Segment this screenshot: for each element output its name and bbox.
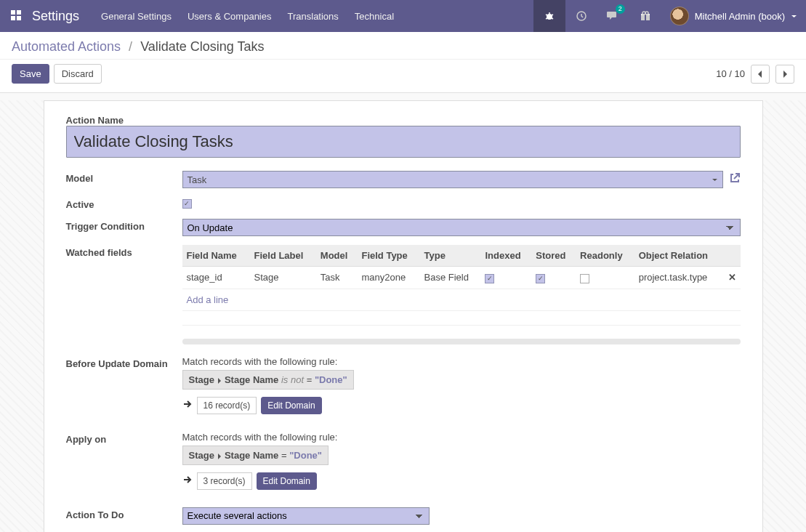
cell-field-name: stage_id xyxy=(182,267,250,289)
cell-field-type: many2one xyxy=(357,267,419,289)
action-to-do-select[interactable]: Execute several actions xyxy=(182,507,430,525)
svg-line-7 xyxy=(552,15,553,15)
arrow-right-icon xyxy=(182,399,193,411)
svg-point-4 xyxy=(547,14,552,20)
match-text-2: Match records with the following rule: xyxy=(182,432,741,443)
menu-translations[interactable]: Translations xyxy=(288,11,339,22)
svg-rect-3 xyxy=(17,16,21,20)
gift-icon[interactable] xyxy=(629,0,661,32)
svg-line-6 xyxy=(546,15,547,15)
trigger-select[interactable]: On Update xyxy=(182,219,741,236)
svg-rect-1 xyxy=(17,10,21,15)
message-count-badge: 2 xyxy=(616,4,625,14)
label-trigger: Trigger Condition xyxy=(66,219,182,236)
discard-button[interactable]: Discard xyxy=(54,64,102,84)
label-model: Model xyxy=(66,171,182,188)
col-field-label[interactable]: Field Label xyxy=(249,245,315,267)
menu-users-companies[interactable]: Users & Companies xyxy=(188,11,272,22)
caret-down-icon xyxy=(791,13,797,20)
top-nav: Settings General Settings Users & Compan… xyxy=(0,0,806,32)
cell-field-label: Stage xyxy=(249,267,315,289)
svg-rect-2 xyxy=(11,16,15,20)
edit-domain-before-button[interactable]: Edit Domain xyxy=(261,397,321,414)
messaging-icon[interactable]: 2 xyxy=(597,0,629,32)
arrow-right-icon xyxy=(182,475,193,487)
edit-domain-apply-button[interactable]: Edit Domain xyxy=(257,472,317,490)
debug-icon[interactable] xyxy=(533,0,565,32)
readonly-checkbox: ✓ xyxy=(580,274,589,283)
col-object-relation[interactable]: Object Relation xyxy=(634,245,724,267)
pager-text: 10 / 10 xyxy=(716,68,745,79)
cell-indexed: ✓ xyxy=(480,267,531,289)
dropdown-caret-icon xyxy=(712,177,718,183)
svg-line-8 xyxy=(546,18,547,19)
action-name-input[interactable] xyxy=(66,126,741,158)
col-stored[interactable]: Stored xyxy=(531,245,576,267)
save-button[interactable]: Save xyxy=(12,64,49,84)
model-field[interactable]: Task xyxy=(182,171,723,188)
label-action-to-do: Action To Do xyxy=(66,507,182,525)
record-count-apply[interactable]: 3 record(s) xyxy=(197,472,252,490)
col-type[interactable]: Type xyxy=(420,245,481,267)
menu-links: General Settings Users & Companies Trans… xyxy=(101,11,394,22)
cell-type: Base Field xyxy=(420,267,481,289)
clock-icon[interactable] xyxy=(565,0,597,32)
domain-box-before: StageStage Name is not = "Done" xyxy=(182,370,354,390)
record-count-before[interactable]: 16 record(s) xyxy=(197,397,257,414)
label-action-name: Action Name xyxy=(66,113,182,126)
col-field-name[interactable]: Field Name xyxy=(182,245,250,267)
cell-relation: project.task.type xyxy=(634,267,724,289)
indexed-checkbox: ✓ xyxy=(485,274,494,283)
form-area: Action Name Model Task Active ✓ Trigger … xyxy=(0,100,806,532)
menu-technical[interactable]: Technical xyxy=(355,11,394,22)
stored-checkbox: ✓ xyxy=(536,274,545,283)
pager-prev-button[interactable] xyxy=(751,65,770,84)
watched-fields-table: Field Name Field Label Model Field Type … xyxy=(182,245,741,326)
apps-icon[interactable] xyxy=(0,9,32,23)
cell-stored: ✓ xyxy=(531,267,576,289)
external-link-icon[interactable] xyxy=(729,172,741,187)
col-actions xyxy=(724,245,741,267)
cell-delete[interactable]: ✕ xyxy=(724,267,741,289)
cell-model: Task xyxy=(316,267,358,289)
breadcrumb: Automated Actions / Validate Closing Tak… xyxy=(12,39,794,55)
user-name: Mitchell Admin (book) xyxy=(695,11,785,22)
label-before-domain: Before Update Domain xyxy=(66,356,182,369)
label-apply-on: Apply on xyxy=(66,432,182,445)
model-field-value: Task xyxy=(188,174,207,185)
add-a-line-link[interactable]: Add a line xyxy=(187,294,229,305)
brand-title[interactable]: Settings xyxy=(32,9,101,24)
svg-rect-0 xyxy=(11,10,15,15)
breadcrumb-sep: / xyxy=(129,39,132,54)
control-row: Save Discard 10 / 10 xyxy=(0,60,806,93)
pager: 10 / 10 xyxy=(716,65,794,84)
breadcrumb-row: Automated Actions / Validate Closing Tak… xyxy=(0,32,806,60)
breadcrumb-current: Validate Closing Taks xyxy=(140,39,264,54)
form-sheet: Action Name Model Task Active ✓ Trigger … xyxy=(44,100,763,532)
col-readonly[interactable]: Readonly xyxy=(576,245,634,267)
nav-right: 2 Mitchell Admin (book) xyxy=(533,0,806,32)
domain-box-apply: StageStage Name = "Done" xyxy=(182,446,329,465)
horizontal-scrollbar[interactable] xyxy=(182,339,741,344)
breadcrumb-root[interactable]: Automated Actions xyxy=(12,39,121,54)
user-menu[interactable]: Mitchell Admin (book) xyxy=(661,7,806,25)
table-row[interactable]: stage_id Stage Task many2one Base Field … xyxy=(182,267,741,289)
match-text-1: Match records with the following rule: xyxy=(182,356,741,367)
cell-readonly: ✓ xyxy=(576,267,634,289)
avatar xyxy=(670,7,689,25)
col-field-type[interactable]: Field Type xyxy=(357,245,419,267)
col-indexed[interactable]: Indexed xyxy=(480,245,531,267)
active-checkbox[interactable]: ✓ xyxy=(182,199,192,209)
menu-general-settings[interactable]: General Settings xyxy=(101,11,172,22)
label-active: Active xyxy=(66,197,182,210)
svg-point-15 xyxy=(645,12,648,15)
pager-next-button[interactable] xyxy=(775,65,794,84)
svg-line-9 xyxy=(552,18,553,19)
col-model[interactable]: Model xyxy=(316,245,358,267)
label-watched: Watched fields xyxy=(66,245,182,258)
